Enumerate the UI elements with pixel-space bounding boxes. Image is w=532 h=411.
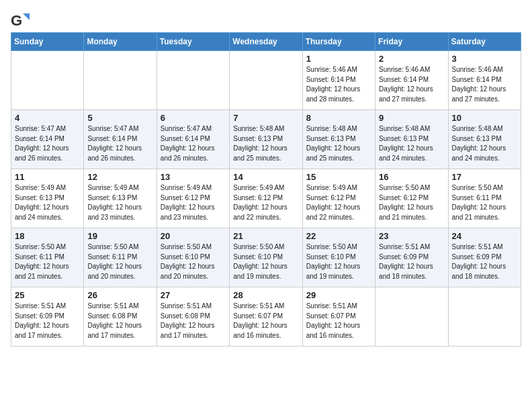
day-info: Sunrise: 5:51 AM Sunset: 6:07 PM Dayligh…: [233, 302, 298, 340]
calendar-day-cell: [157, 51, 229, 110]
day-info: Sunrise: 5:51 AM Sunset: 6:08 PM Dayligh…: [87, 302, 152, 340]
day-number: 14: [233, 172, 298, 182]
day-number: 3: [452, 54, 517, 64]
calendar-day-cell: 2Sunrise: 5:46 AM Sunset: 6:14 PM Daylig…: [375, 51, 448, 110]
day-number: 18: [15, 231, 80, 241]
calendar-day-cell: [375, 287, 448, 347]
calendar-day-cell: 23Sunrise: 5:51 AM Sunset: 6:09 PM Dayli…: [375, 228, 448, 287]
logo: G: [11, 11, 32, 30]
day-number: 8: [306, 113, 371, 123]
svg-text:G: G: [11, 12, 22, 29]
day-info: Sunrise: 5:47 AM Sunset: 6:14 PM Dayligh…: [15, 124, 80, 163]
calendar-week-row: 11Sunrise: 5:49 AM Sunset: 6:13 PM Dayli…: [11, 169, 521, 228]
weekday-header-cell: Friday: [375, 33, 448, 51]
day-number: 22: [306, 231, 371, 241]
weekday-header-cell: Monday: [84, 33, 157, 51]
weekday-header-cell: Wednesday: [230, 33, 302, 51]
weekday-header-row: SundayMondayTuesdayWednesdayThursdayFrid…: [11, 33, 521, 51]
header: G: [11, 11, 521, 30]
weekday-header-cell: Sunday: [11, 33, 84, 51]
day-info: Sunrise: 5:49 AM Sunset: 6:12 PM Dayligh…: [306, 183, 371, 222]
day-number: 11: [15, 172, 80, 182]
day-info: Sunrise: 5:50 AM Sunset: 6:11 PM Dayligh…: [15, 242, 80, 281]
day-number: 5: [87, 113, 152, 123]
day-number: 6: [161, 113, 226, 123]
calendar-body: 1Sunrise: 5:46 AM Sunset: 6:14 PM Daylig…: [11, 51, 521, 347]
day-info: Sunrise: 5:51 AM Sunset: 6:08 PM Dayligh…: [161, 302, 226, 340]
calendar-day-cell: 29Sunrise: 5:51 AM Sunset: 6:07 PM Dayli…: [302, 287, 375, 347]
calendar-day-cell: 8Sunrise: 5:48 AM Sunset: 6:13 PM Daylig…: [302, 110, 375, 169]
day-number: 10: [452, 113, 517, 123]
calendar-day-cell: 22Sunrise: 5:50 AM Sunset: 6:10 PM Dayli…: [302, 228, 375, 287]
day-number: 27: [161, 290, 226, 300]
calendar-day-cell: 4Sunrise: 5:47 AM Sunset: 6:14 PM Daylig…: [11, 110, 84, 169]
calendar-week-row: 1Sunrise: 5:46 AM Sunset: 6:14 PM Daylig…: [11, 51, 521, 110]
calendar-day-cell: 7Sunrise: 5:48 AM Sunset: 6:13 PM Daylig…: [230, 110, 302, 169]
calendar-day-cell: 9Sunrise: 5:48 AM Sunset: 6:13 PM Daylig…: [375, 110, 448, 169]
day-info: Sunrise: 5:50 AM Sunset: 6:11 PM Dayligh…: [87, 242, 152, 281]
day-info: Sunrise: 5:49 AM Sunset: 6:12 PM Dayligh…: [233, 183, 298, 222]
day-info: Sunrise: 5:48 AM Sunset: 6:13 PM Dayligh…: [452, 124, 517, 163]
day-info: Sunrise: 5:46 AM Sunset: 6:14 PM Dayligh…: [306, 65, 371, 104]
day-info: Sunrise: 5:51 AM Sunset: 6:07 PM Dayligh…: [306, 302, 371, 340]
day-number: 7: [233, 113, 298, 123]
day-number: 4: [15, 113, 80, 123]
day-info: Sunrise: 5:51 AM Sunset: 6:09 PM Dayligh…: [15, 302, 80, 340]
day-info: Sunrise: 5:49 AM Sunset: 6:12 PM Dayligh…: [161, 183, 226, 222]
calendar-day-cell: 12Sunrise: 5:49 AM Sunset: 6:13 PM Dayli…: [84, 169, 157, 228]
day-info: Sunrise: 5:50 AM Sunset: 6:11 PM Dayligh…: [452, 183, 517, 222]
day-number: 16: [379, 172, 444, 182]
day-number: 2: [379, 54, 444, 64]
calendar-day-cell: 24Sunrise: 5:51 AM Sunset: 6:09 PM Dayli…: [448, 228, 521, 287]
logo-icon: G: [11, 11, 30, 30]
calendar-table: SundayMondayTuesdayWednesdayThursdayFrid…: [11, 32, 521, 347]
calendar-week-row: 4Sunrise: 5:47 AM Sunset: 6:14 PM Daylig…: [11, 110, 521, 169]
day-number: 24: [452, 231, 517, 241]
calendar-day-cell: [84, 51, 157, 110]
day-number: 12: [87, 172, 152, 182]
calendar-day-cell: 20Sunrise: 5:50 AM Sunset: 6:10 PM Dayli…: [157, 228, 229, 287]
calendar-day-cell: 16Sunrise: 5:50 AM Sunset: 6:12 PM Dayli…: [375, 169, 448, 228]
day-number: 17: [452, 172, 517, 182]
day-info: Sunrise: 5:46 AM Sunset: 6:14 PM Dayligh…: [452, 65, 517, 104]
day-info: Sunrise: 5:51 AM Sunset: 6:09 PM Dayligh…: [452, 242, 517, 281]
day-info: Sunrise: 5:48 AM Sunset: 6:13 PM Dayligh…: [306, 124, 371, 163]
calendar-day-cell: 19Sunrise: 5:50 AM Sunset: 6:11 PM Dayli…: [84, 228, 157, 287]
calendar-week-row: 25Sunrise: 5:51 AM Sunset: 6:09 PM Dayli…: [11, 287, 521, 347]
day-info: Sunrise: 5:49 AM Sunset: 6:13 PM Dayligh…: [15, 183, 80, 222]
calendar-day-cell: [11, 51, 84, 110]
day-info: Sunrise: 5:51 AM Sunset: 6:09 PM Dayligh…: [379, 242, 444, 281]
day-info: Sunrise: 5:50 AM Sunset: 6:10 PM Dayligh…: [161, 242, 226, 281]
day-number: 21: [233, 231, 298, 241]
day-number: 28: [233, 290, 298, 300]
day-info: Sunrise: 5:48 AM Sunset: 6:13 PM Dayligh…: [233, 124, 298, 163]
svg-marker-1: [23, 13, 30, 20]
day-number: 25: [15, 290, 80, 300]
calendar-day-cell: 10Sunrise: 5:48 AM Sunset: 6:13 PM Dayli…: [448, 110, 521, 169]
day-number: 1: [306, 54, 371, 64]
day-info: Sunrise: 5:50 AM Sunset: 6:12 PM Dayligh…: [379, 183, 444, 222]
day-number: 23: [379, 231, 444, 241]
weekday-header-cell: Saturday: [448, 33, 521, 51]
calendar-day-cell: 13Sunrise: 5:49 AM Sunset: 6:12 PM Dayli…: [157, 169, 229, 228]
calendar-day-cell: 5Sunrise: 5:47 AM Sunset: 6:14 PM Daylig…: [84, 110, 157, 169]
calendar-week-row: 18Sunrise: 5:50 AM Sunset: 6:11 PM Dayli…: [11, 228, 521, 287]
weekday-header-cell: Thursday: [302, 33, 375, 51]
day-info: Sunrise: 5:47 AM Sunset: 6:14 PM Dayligh…: [87, 124, 152, 163]
day-number: 13: [161, 172, 226, 182]
day-number: 19: [87, 231, 152, 241]
calendar-day-cell: 27Sunrise: 5:51 AM Sunset: 6:08 PM Dayli…: [157, 287, 229, 347]
calendar-day-cell: 21Sunrise: 5:50 AM Sunset: 6:10 PM Dayli…: [230, 228, 302, 287]
day-info: Sunrise: 5:46 AM Sunset: 6:14 PM Dayligh…: [379, 65, 444, 104]
day-info: Sunrise: 5:47 AM Sunset: 6:14 PM Dayligh…: [161, 124, 226, 163]
day-number: 20: [161, 231, 226, 241]
calendar-day-cell: 28Sunrise: 5:51 AM Sunset: 6:07 PM Dayli…: [230, 287, 302, 347]
day-info: Sunrise: 5:50 AM Sunset: 6:10 PM Dayligh…: [233, 242, 298, 281]
day-number: 26: [87, 290, 152, 300]
calendar-day-cell: 11Sunrise: 5:49 AM Sunset: 6:13 PM Dayli…: [11, 169, 84, 228]
calendar-day-cell: 15Sunrise: 5:49 AM Sunset: 6:12 PM Dayli…: [302, 169, 375, 228]
calendar-day-cell: 14Sunrise: 5:49 AM Sunset: 6:12 PM Dayli…: [230, 169, 302, 228]
day-info: Sunrise: 5:48 AM Sunset: 6:13 PM Dayligh…: [379, 124, 444, 163]
day-info: Sunrise: 5:49 AM Sunset: 6:13 PM Dayligh…: [87, 183, 152, 222]
calendar-day-cell: [230, 51, 302, 110]
